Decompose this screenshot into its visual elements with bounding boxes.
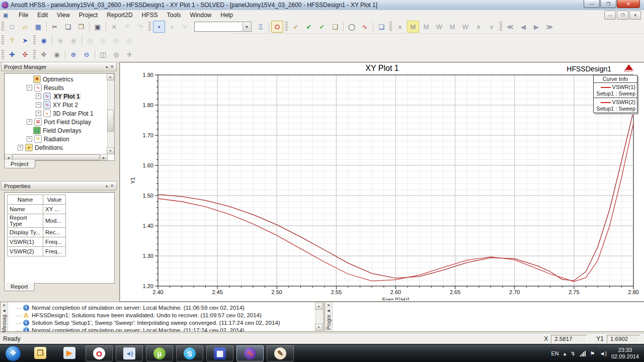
help-icon[interactable]: ? bbox=[6, 34, 18, 46]
action-center-icon[interactable]: ⚑ bbox=[590, 350, 595, 357]
tree-item-results[interactable]: −∿Results bbox=[11, 83, 114, 92]
menu-project[interactable]: Project bbox=[74, 11, 102, 20]
tree-item-xy-plot-2[interactable]: +∿XY Plot 2 bbox=[11, 101, 114, 109]
property-row[interactable]: VSWR(1)Freq... bbox=[8, 237, 66, 247]
trace-max2-icon[interactable]: Μ bbox=[420, 21, 432, 33]
property-row[interactable]: Report TypeMod... bbox=[8, 214, 66, 228]
expand-expander-icon[interactable]: + bbox=[18, 145, 23, 150]
message-row[interactable]: —iNormal completion of simulation on ser… bbox=[9, 326, 315, 331]
trace-peak-icon[interactable]: ∧ bbox=[394, 21, 406, 33]
opera-taskbar-button[interactable]: O bbox=[86, 345, 113, 361]
tree-item-field-overlays[interactable]: ❏Field Overlays bbox=[11, 126, 114, 135]
explorer-taskbar-button[interactable]: ❒ bbox=[27, 345, 53, 360]
menu-hfss[interactable]: HFSS bbox=[137, 11, 163, 20]
solution-type-icon[interactable]: O bbox=[271, 21, 283, 33]
new-icon[interactable]: □ bbox=[6, 21, 18, 33]
tree-item-radiation[interactable]: +ΨRadiation bbox=[11, 135, 114, 143]
scroll-down-icon[interactable]: ▼ bbox=[107, 147, 114, 154]
scroll-thumb[interactable] bbox=[107, 110, 114, 132]
trace-down-icon[interactable]: ∨ bbox=[486, 21, 498, 33]
child-restore-button[interactable]: ❐ bbox=[617, 11, 628, 20]
report-plot-icon[interactable]: ∿ bbox=[359, 21, 371, 33]
restore-button[interactable]: ❐ bbox=[600, 0, 616, 8]
power-icon[interactable]: ↯ bbox=[571, 350, 575, 357]
project-manager-header[interactable]: Project Manager ▴ ✕ bbox=[1, 62, 117, 71]
fit-all-icon[interactable]: ◎ bbox=[110, 49, 122, 61]
panel-collapse-icon[interactable]: ◀ bbox=[327, 309, 330, 313]
scroll-up-icon[interactable]: ▲ bbox=[315, 303, 323, 310]
utorrent-taskbar-button[interactable]: µ bbox=[146, 345, 173, 361]
solution-data-icon[interactable]: ❑ bbox=[329, 21, 341, 33]
start-button[interactable]: ❖ bbox=[5, 345, 21, 361]
panel-close-icon[interactable]: ✕ bbox=[110, 184, 114, 188]
message-row[interactable]: —iSolution Setup 'Setup1', Sweep 'Sweep'… bbox=[9, 319, 315, 326]
child-close-button[interactable]: ✕ bbox=[629, 11, 641, 20]
marker-first-icon[interactable]: ≪ bbox=[504, 21, 516, 33]
panel-collapse-icon[interactable]: ◀ bbox=[3, 309, 5, 313]
language-indicator[interactable]: EN bbox=[551, 350, 558, 356]
trace-min2-icon[interactable]: W bbox=[459, 21, 471, 33]
show-visibility-icon[interactable]: ◉ bbox=[38, 34, 50, 46]
trace-min-icon[interactable]: W bbox=[433, 21, 445, 33]
analyze-icon[interactable]: ✔ bbox=[303, 21, 315, 33]
message-row[interactable]: —iNormal completion of simulation on ser… bbox=[9, 304, 315, 311]
tree-item-3d-polar-plot-1[interactable]: +◒3D Polar Plot 1 bbox=[11, 109, 114, 118]
network-icon[interactable] bbox=[580, 351, 586, 356]
minimize-button[interactable]: — bbox=[584, 0, 600, 8]
property-row[interactable]: NameXY ... bbox=[8, 205, 66, 214]
paint-taskbar-button[interactable]: ✎ bbox=[267, 345, 294, 361]
combo-dropdown-icon[interactable]: ▼ bbox=[243, 23, 251, 31]
material-combobox[interactable]: ▼ bbox=[194, 22, 252, 32]
scroll-down-icon[interactable]: ▼ bbox=[315, 324, 323, 331]
menu-window[interactable]: Window bbox=[186, 11, 216, 20]
tree-vertical-scrollbar[interactable]: ▲ ▼ bbox=[107, 73, 114, 154]
menu-report2d[interactable]: Report2D bbox=[102, 11, 137, 20]
message-scrollbar[interactable]: ▲ ▼ bbox=[315, 303, 323, 331]
expand-expander-icon[interactable]: + bbox=[27, 119, 32, 125]
backup-taskbar-button[interactable]: ▦ bbox=[206, 345, 233, 361]
rotate-icon[interactable]: ✣ bbox=[19, 49, 31, 61]
trace-up-icon[interactable]: ∧ bbox=[472, 21, 485, 33]
analyze-all-icon[interactable]: ✔ bbox=[316, 21, 328, 33]
scroll-right-icon[interactable]: ▶ bbox=[100, 154, 108, 161]
panel-close-icon[interactable]: ✕ bbox=[327, 303, 331, 308]
child-window-icon[interactable]: ▣ bbox=[3, 12, 10, 18]
variables-icon[interactable]: Ξ bbox=[255, 21, 267, 33]
tab-project[interactable]: Project bbox=[4, 160, 35, 168]
menu-edit[interactable]: Edit bbox=[33, 11, 52, 20]
panel-close-icon[interactable]: ✕ bbox=[110, 64, 114, 69]
tree-item-xy-plot-1[interactable]: +∿XY Plot 1 bbox=[11, 92, 114, 101]
trace-max-icon[interactable]: M bbox=[407, 21, 419, 33]
panel-collapse-icon[interactable]: ▴ bbox=[106, 64, 108, 69]
zoom-out-icon[interactable]: ⊖ bbox=[80, 49, 93, 61]
expand-expander-icon[interactable]: + bbox=[36, 102, 41, 108]
media-player-taskbar-button[interactable]: ▶ bbox=[56, 345, 83, 360]
marker-next-icon[interactable]: ▶ bbox=[530, 21, 542, 33]
collapse-expander-icon[interactable]: − bbox=[27, 85, 32, 90]
menu-file[interactable]: File bbox=[14, 11, 33, 20]
menu-tools[interactable]: Tools bbox=[163, 11, 186, 20]
menu-view[interactable]: View bbox=[52, 11, 74, 20]
marker-prev-icon[interactable]: ◀ bbox=[517, 21, 529, 33]
context-help-icon[interactable]: ➤ bbox=[19, 34, 31, 46]
tab-report[interactable]: Report bbox=[4, 283, 35, 291]
skype-taskbar-button[interactable]: S bbox=[176, 345, 203, 361]
panel-close-icon[interactable]: ✕ bbox=[3, 303, 6, 308]
select-object-icon[interactable]: ▪ bbox=[153, 21, 165, 33]
hfss-taskbar-button[interactable]: ∿ bbox=[236, 345, 264, 361]
volume-icon[interactable]: ◄) bbox=[599, 350, 607, 356]
volume-mixer-taskbar-button[interactable]: ◄) bbox=[116, 345, 143, 361]
trace-max3-icon[interactable]: M bbox=[446, 21, 458, 33]
message-row[interactable]: —⚠HFSSDesign1: Solutions have been inval… bbox=[9, 311, 315, 319]
clock[interactable]: 23:33 02.09.2014 bbox=[611, 347, 639, 360]
property-row[interactable]: VSWR(2)Freq... bbox=[8, 247, 66, 256]
tree-item-port-field-display[interactable]: +⊞Port Field Display bbox=[11, 118, 114, 126]
scroll-up-icon[interactable]: ▲ bbox=[107, 73, 114, 80]
paste-icon[interactable]: ❐ bbox=[75, 21, 87, 33]
cut-icon[interactable]: ✂ bbox=[49, 21, 61, 33]
close-button[interactable]: ✕ bbox=[617, 0, 640, 8]
move-icon[interactable]: ✚ bbox=[6, 49, 18, 61]
tree-item-optimetrics[interactable]: ✱Optimetrics bbox=[11, 75, 114, 83]
property-row[interactable]: Display Ty...Rec... bbox=[8, 228, 66, 237]
zoom-window-icon[interactable]: ◫ bbox=[97, 49, 109, 61]
